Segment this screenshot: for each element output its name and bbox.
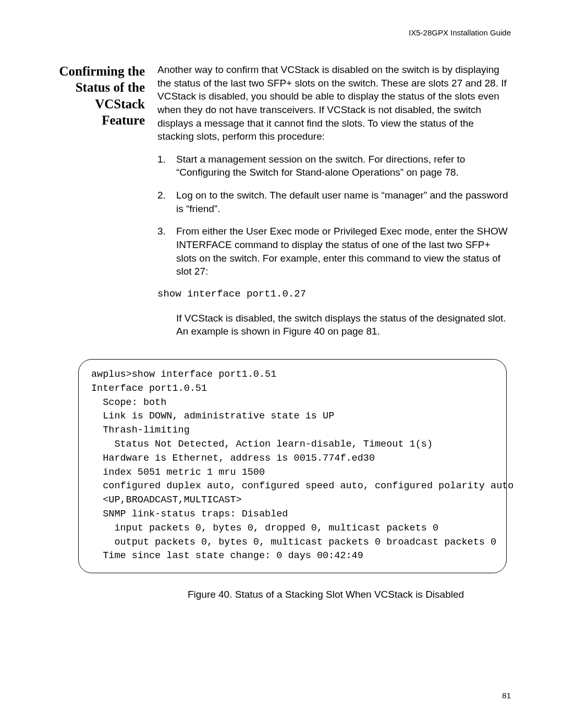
step-text: From either the User Exec mode or Privil… bbox=[176, 225, 511, 278]
running-head: IX5-28GPX Installation Guide bbox=[52, 28, 511, 37]
intro-paragraph: Another way to confirm that VCStack is d… bbox=[157, 63, 511, 143]
body-column: Another way to confirm that VCStack is d… bbox=[157, 63, 511, 350]
figure-caption: Figure 40. Status of a Stacking Slot Whe… bbox=[141, 589, 511, 600]
step-number: 1. bbox=[157, 153, 169, 179]
step-number: 2. bbox=[157, 189, 169, 215]
step-item: 3. From either the User Exec mode or Pri… bbox=[157, 225, 511, 278]
step-text: Start a management session on the switch… bbox=[176, 153, 511, 179]
terminal-output-box: awplus>show interface port1.0.51 Interfa… bbox=[78, 359, 507, 573]
step-text: Log on to the switch. The default user n… bbox=[176, 189, 511, 215]
command-example: show interface port1.0.27 bbox=[157, 288, 511, 301]
page-container: IX5-28GPX Installation Guide Confirming … bbox=[0, 0, 563, 600]
step-item: 2. Log on to the switch. The default use… bbox=[157, 189, 511, 215]
step-number: 3. bbox=[157, 225, 169, 278]
post-command-paragraph: If VCStack is disabled, the switch displ… bbox=[176, 312, 511, 338]
section-row: Confirming the Status of the VCStack Fea… bbox=[52, 63, 511, 350]
page-number: 81 bbox=[502, 691, 511, 700]
procedure-steps: 1. Start a management session on the swi… bbox=[157, 153, 511, 278]
section-heading: Confirming the Status of the VCStack Fea… bbox=[52, 63, 145, 128]
step-item: 1. Start a management session on the swi… bbox=[157, 153, 511, 179]
heading-column: Confirming the Status of the VCStack Fea… bbox=[52, 63, 145, 128]
